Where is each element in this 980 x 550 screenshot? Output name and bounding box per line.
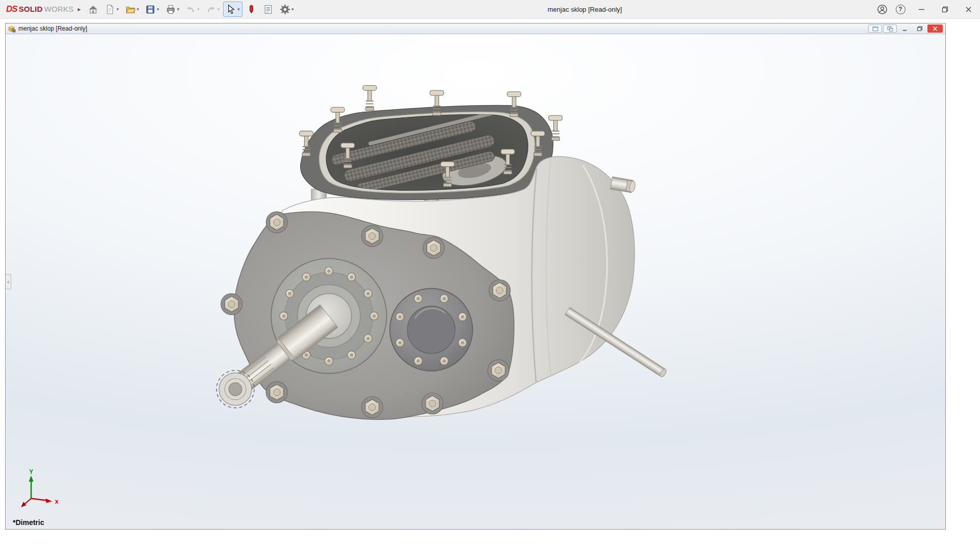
user-account-button[interactable]: [873, 2, 891, 17]
document-title: menjac sklop [Read-only]: [18, 25, 87, 32]
select-tool-button[interactable]: ▾: [223, 2, 242, 17]
select-cursor-icon: [226, 4, 236, 15]
dropdown-arrow-icon[interactable]: ▾: [197, 7, 200, 12]
dropdown-arrow-icon[interactable]: ▾: [177, 7, 180, 12]
side-cover[interactable]: [390, 288, 473, 371]
home-icon: [88, 4, 99, 15]
ds-logo-icon: DS: [6, 4, 17, 14]
assembly-document-icon: [8, 25, 16, 33]
brand-name-bold: SOLID: [19, 5, 43, 13]
solidworks-logo: DS SOLIDWORKS: [0, 4, 77, 14]
doc-restore-button[interactable]: [913, 24, 926, 33]
graphics-viewport[interactable]: Y x *Dimetric ‹: [6, 34, 945, 529]
panel-expand-arrow[interactable]: ‹: [6, 274, 11, 289]
options-button[interactable]: ▾: [277, 2, 297, 17]
app-minimize-button[interactable]: [910, 0, 933, 19]
dropdown-arrow-icon[interactable]: ▾: [237, 7, 240, 12]
help-button[interactable]: ?: [891, 2, 910, 17]
help-glyph: ?: [898, 6, 902, 13]
close-icon: [932, 26, 938, 32]
open-folder-icon: [125, 4, 136, 15]
minimize-icon: [918, 6, 925, 13]
new-document-button[interactable]: ▾: [102, 2, 121, 17]
quick-access-toolbar: ▾ ▾ ▾ ▾: [85, 0, 297, 18]
file-properties-button[interactable]: [260, 2, 276, 17]
document-window-controls: [868, 24, 944, 33]
app-restore-button[interactable]: [933, 0, 957, 19]
pen-icon: [246, 4, 257, 15]
dropdown-arrow-icon[interactable]: ▾: [217, 7, 220, 12]
new-window-button[interactable]: [868, 24, 882, 33]
document-titlebar[interactable]: menjac sklop [Read-only]: [6, 23, 945, 34]
app-close-button[interactable]: [957, 0, 980, 19]
pen-tool-button[interactable]: [243, 2, 259, 17]
help-icon: ?: [896, 5, 905, 14]
dropdown-arrow-icon[interactable]: ▾: [137, 7, 139, 12]
user-account-icon: [877, 4, 888, 15]
save-icon: [145, 4, 156, 15]
doc-minimize-button[interactable]: [898, 24, 912, 33]
view-orientation-label: *Dimetric: [13, 518, 44, 527]
gearbox-model[interactable]: [6, 34, 945, 529]
home-button[interactable]: [85, 2, 101, 17]
panel-collapse-icon: ‹: [7, 279, 9, 285]
titlebar-right-controls: ?: [873, 0, 980, 18]
brand-name-light: WORKS: [44, 5, 74, 13]
save-button[interactable]: ▾: [142, 2, 162, 17]
restore-window-icon: [942, 6, 948, 13]
redo-icon: [206, 4, 216, 15]
tile-windows-button[interactable]: [883, 24, 897, 33]
dropdown-arrow-icon[interactable]: ▾: [116, 7, 119, 12]
close-icon: [965, 6, 972, 13]
undo-button[interactable]: ▾: [183, 2, 202, 17]
doc-close-button[interactable]: [927, 24, 943, 33]
file-properties-icon: [263, 4, 274, 15]
axis-x-label: x: [55, 498, 59, 505]
minimize-icon: [902, 26, 908, 32]
print-button[interactable]: ▾: [163, 2, 182, 17]
dropdown-arrow-icon[interactable]: ▾: [157, 7, 159, 12]
new-document-icon: [105, 4, 115, 15]
print-icon: [165, 4, 176, 15]
app-titlebar: DS SOLIDWORKS ▸ ▾ ▾: [0, 0, 980, 19]
axis-y-label: Y: [29, 469, 33, 476]
redo-button[interactable]: ▾: [203, 2, 223, 17]
open-button[interactable]: ▾: [122, 2, 142, 17]
new-window-icon: [872, 26, 878, 32]
document-window: menjac sklop [Read-only]: [5, 23, 946, 530]
undo-icon: [185, 4, 196, 15]
gear-icon: [280, 4, 290, 15]
dropdown-arrow-icon[interactable]: ▾: [291, 7, 294, 12]
tile-windows-icon: [887, 26, 893, 32]
restore-window-icon: [917, 26, 923, 32]
app-window-title: menjac sklop [Read-only]: [297, 6, 873, 13]
toolbar-expand-arrow-icon[interactable]: ▸: [77, 0, 85, 18]
orientation-triad: Y x: [14, 469, 63, 516]
